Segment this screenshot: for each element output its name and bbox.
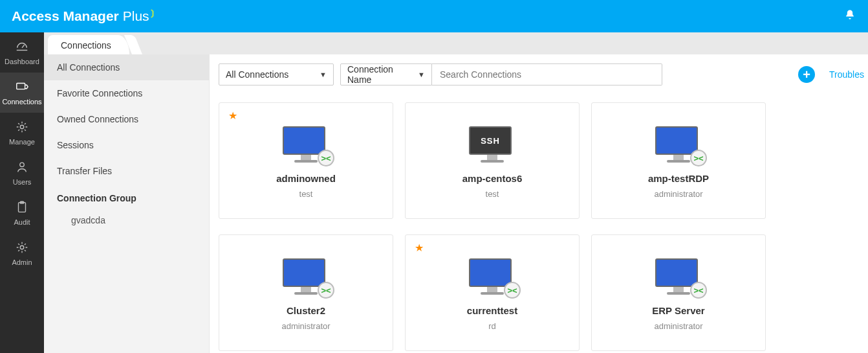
top-bar: Access Manager Plus ⟯ (0, 0, 868, 32)
toolbar: All Connections ▼ Connection Name ▼ + Tr… (219, 63, 863, 85)
connections-icon (15, 80, 29, 94)
connection-name: currenttest (467, 305, 517, 316)
nav-dashboard[interactable]: Dashboard (0, 32, 44, 73)
ssh-terminal-icon: SSH (469, 126, 515, 165)
rdp-monitor-icon: >< (283, 126, 329, 165)
sidebar-transfer-files[interactable]: Transfer Files (44, 158, 209, 184)
connection-card[interactable]: ★><currenttestrd (405, 234, 580, 351)
connection-name: Cluster2 (287, 305, 325, 316)
connection-user: administrator (654, 189, 702, 199)
nav-label: Dashboard (5, 58, 39, 65)
sidebar-owned-connections[interactable]: Owned Connections (44, 106, 209, 132)
rdp-monitor-icon: >< (655, 258, 702, 297)
clipboard-icon (15, 200, 29, 214)
rdp-monitor-icon: >< (283, 258, 329, 297)
svg-point-1 (20, 125, 24, 129)
bell-icon (843, 8, 856, 21)
rdp-badge-icon: >< (318, 150, 334, 166)
rdp-badge-icon: >< (504, 282, 521, 299)
svg-point-2 (20, 163, 24, 166)
rdp-badge-icon: >< (690, 150, 707, 166)
svg-rect-3 (19, 203, 26, 212)
brand: Access Manager Plus ⟯ (12, 8, 158, 24)
notifications-button[interactable] (843, 8, 856, 24)
svg-point-5 (20, 245, 24, 249)
nav-label: Connections (2, 98, 41, 106)
plus-icon: + (803, 67, 810, 82)
nav-admin[interactable]: Admin (0, 233, 44, 273)
connection-user: administrator (654, 321, 702, 331)
connection-name: adminowned (276, 173, 336, 184)
caret-down-icon: ▼ (320, 71, 327, 78)
tab-strip: Connections (44, 32, 868, 54)
primary-nav: Dashboard Connections Manage Users Audit… (0, 32, 44, 353)
svg-rect-0 (17, 84, 25, 89)
nav-connections[interactable]: Connections (0, 73, 44, 113)
rdp-badge-icon: >< (690, 282, 707, 299)
brand-arc-icon: ⟯ (151, 8, 156, 19)
connection-name: amp-centos6 (462, 173, 523, 184)
connection-card[interactable]: SSHamp-centos6test (405, 102, 580, 219)
sidebar-favorite-connections[interactable]: Favorite Connections (44, 80, 209, 106)
nav-label: Users (13, 178, 32, 186)
search-field-select[interactable]: Connection Name ▼ (340, 63, 432, 85)
rdp-monitor-icon: >< (655, 126, 702, 165)
sidebar-sessions[interactable]: Sessions (44, 132, 209, 158)
nav-audit[interactable]: Audit (0, 193, 44, 233)
connections-grid: ★><adminownedtestSSHamp-centos6test><amp… (219, 102, 863, 351)
star-icon: ★ (415, 242, 424, 254)
tab-label: Connections (61, 40, 111, 51)
nav-label: Admin (12, 258, 32, 266)
tab-connections[interactable]: Connections (48, 35, 129, 54)
connection-user: administrator (281, 321, 330, 331)
page-body: All Connections Favorite Connections Own… (44, 54, 868, 353)
sidebar-group-header: Connection Group (44, 184, 209, 209)
search-input[interactable] (432, 63, 662, 85)
nav-users[interactable]: Users (0, 153, 44, 193)
rdp-badge-icon: >< (318, 282, 334, 299)
sidebar-all-connections[interactable]: All Connections (44, 54, 209, 80)
nav-label: Audit (14, 218, 30, 226)
filter-select[interactable]: All Connections ▼ (219, 63, 334, 85)
search-field-label: Connection Name (347, 64, 413, 85)
filter-select-label: All Connections (226, 69, 288, 80)
troubleshoot-link[interactable]: Troubles (829, 69, 864, 80)
nav-label: Manage (9, 138, 35, 146)
nav-manage[interactable]: Manage (0, 113, 44, 153)
star-icon: ★ (228, 109, 237, 122)
connection-card[interactable]: ><amp-testRDPadministrator (591, 102, 766, 219)
connection-user: test (299, 189, 313, 199)
gear-icon (15, 240, 29, 255)
content-area: Connections All Connections Favorite Con… (44, 32, 868, 353)
rdp-monitor-icon: >< (469, 258, 515, 297)
users-icon (15, 160, 29, 174)
gauge-icon (15, 40, 29, 54)
connection-user: test (486, 189, 499, 199)
connection-name: ERP Server (652, 305, 704, 316)
sidebar-group-item[interactable]: gvadcda (44, 209, 209, 232)
caret-down-icon: ▼ (418, 71, 425, 78)
main-panel: All Connections ▼ Connection Name ▼ + Tr… (210, 54, 868, 353)
gear-icon (15, 120, 29, 134)
brand-suffix: Plus (123, 8, 149, 24)
connection-card[interactable]: ★><adminownedtest (219, 102, 393, 219)
connections-sidebar: All Connections Favorite Connections Own… (44, 54, 210, 353)
connection-card[interactable]: ><ERP Serveradministrator (591, 234, 766, 351)
connection-name: amp-testRDP (648, 173, 709, 184)
connection-user: rd (488, 321, 496, 331)
connection-card[interactable]: ><Cluster2administrator (219, 234, 393, 351)
brand-name: Access Manager (12, 8, 119, 24)
add-connection-button[interactable]: + (798, 66, 815, 83)
